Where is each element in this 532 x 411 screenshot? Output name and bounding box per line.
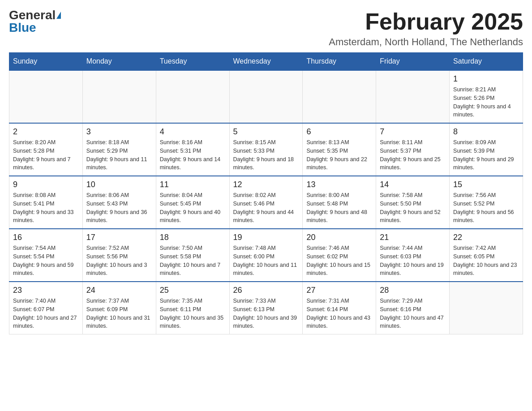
calendar-cell: 1Sunrise: 8:21 AMSunset: 5:26 PMDaylight…: [450, 70, 523, 123]
day-info: Sunrise: 8:20 AMSunset: 5:28 PMDaylight:…: [13, 138, 79, 172]
calendar: SundayMondayTuesdayWednesdayThursdayFrid…: [9, 52, 523, 334]
day-info: Sunrise: 7:52 AMSunset: 5:56 PMDaylight:…: [86, 244, 152, 278]
calendar-cell: 20Sunrise: 7:46 AMSunset: 6:02 PMDayligh…: [303, 229, 376, 282]
day-info: Sunrise: 8:00 AMSunset: 5:48 PMDaylight:…: [306, 191, 372, 225]
calendar-cell: 24Sunrise: 7:37 AMSunset: 6:09 PMDayligh…: [82, 282, 156, 334]
day-number: 15: [453, 180, 519, 189]
day-number: 19: [233, 233, 299, 242]
calendar-cell: 17Sunrise: 7:52 AMSunset: 5:56 PMDayligh…: [82, 229, 156, 282]
day-info: Sunrise: 8:13 AMSunset: 5:35 PMDaylight:…: [306, 138, 372, 172]
day-info: Sunrise: 8:09 AMSunset: 5:39 PMDaylight:…: [453, 138, 519, 172]
calendar-cell: 3Sunrise: 8:18 AMSunset: 5:29 PMDaylight…: [82, 123, 156, 176]
logo-general-text: General: [9, 9, 56, 21]
day-info: Sunrise: 7:33 AMSunset: 6:13 PMDaylight:…: [233, 297, 299, 330]
calendar-cell: 2Sunrise: 8:20 AMSunset: 5:28 PMDaylight…: [9, 123, 83, 176]
day-number: 6: [306, 127, 372, 137]
day-info: Sunrise: 8:16 AMSunset: 5:31 PMDaylight:…: [160, 138, 226, 172]
day-info: Sunrise: 8:15 AMSunset: 5:33 PMDaylight:…: [233, 138, 299, 172]
header: General Blue February 2025 Amsterdam, No…: [9, 9, 523, 48]
calendar-cell: 10Sunrise: 8:06 AMSunset: 5:43 PMDayligh…: [82, 176, 156, 229]
calendar-cell: 12Sunrise: 8:02 AMSunset: 5:46 PMDayligh…: [229, 176, 303, 229]
header-day-tuesday: Tuesday: [156, 53, 229, 71]
day-number: 5: [233, 127, 299, 137]
calendar-cell: 5Sunrise: 8:15 AMSunset: 5:33 PMDaylight…: [229, 123, 303, 176]
day-number: 12: [233, 180, 299, 189]
main-title: February 2025: [329, 9, 523, 34]
day-info: Sunrise: 7:44 AMSunset: 6:03 PMDaylight:…: [380, 244, 446, 278]
calendar-body: 1Sunrise: 8:21 AMSunset: 5:26 PMDaylight…: [9, 70, 523, 334]
day-info: Sunrise: 7:54 AMSunset: 5:54 PMDaylight:…: [13, 244, 79, 278]
day-info: Sunrise: 7:58 AMSunset: 5:50 PMDaylight:…: [380, 191, 446, 225]
day-number: 23: [13, 286, 79, 295]
day-number: 26: [233, 286, 299, 295]
subtitle: Amsterdam, North Holland, The Netherland…: [329, 36, 523, 48]
day-info: Sunrise: 8:04 AMSunset: 5:45 PMDaylight:…: [160, 191, 226, 225]
calendar-cell: 15Sunrise: 7:56 AMSunset: 5:52 PMDayligh…: [450, 176, 523, 229]
calendar-cell: 16Sunrise: 7:54 AMSunset: 5:54 PMDayligh…: [9, 229, 83, 282]
calendar-cell: 22Sunrise: 7:42 AMSunset: 6:05 PMDayligh…: [450, 229, 523, 282]
day-number: 20: [306, 233, 372, 242]
header-day-monday: Monday: [82, 53, 156, 71]
day-info: Sunrise: 7:35 AMSunset: 6:11 PMDaylight:…: [160, 297, 226, 330]
day-info: Sunrise: 7:31 AMSunset: 6:14 PMDaylight:…: [306, 297, 372, 330]
day-number: 25: [160, 286, 226, 295]
calendar-week-1: 1Sunrise: 8:21 AMSunset: 5:26 PMDaylight…: [9, 70, 523, 123]
calendar-week-2: 2Sunrise: 8:20 AMSunset: 5:28 PMDaylight…: [9, 123, 523, 176]
day-number: 9: [13, 180, 79, 189]
day-info: Sunrise: 8:02 AMSunset: 5:46 PMDaylight:…: [233, 191, 299, 225]
day-number: 10: [86, 180, 152, 189]
calendar-week-4: 16Sunrise: 7:54 AMSunset: 5:54 PMDayligh…: [9, 229, 523, 282]
calendar-header: SundayMondayTuesdayWednesdayThursdayFrid…: [9, 53, 523, 71]
logo-triangle-icon: [56, 12, 61, 19]
calendar-cell: [450, 282, 523, 334]
day-info: Sunrise: 7:50 AMSunset: 5:58 PMDaylight:…: [160, 244, 226, 278]
day-info: Sunrise: 8:06 AMSunset: 5:43 PMDaylight:…: [86, 191, 152, 225]
day-info: Sunrise: 8:08 AMSunset: 5:41 PMDaylight:…: [13, 191, 79, 225]
calendar-cell: 28Sunrise: 7:29 AMSunset: 6:16 PMDayligh…: [376, 282, 450, 334]
day-info: Sunrise: 7:42 AMSunset: 6:05 PMDaylight:…: [453, 244, 519, 278]
header-day-thursday: Thursday: [303, 53, 376, 71]
day-number: 7: [380, 127, 446, 137]
day-info: Sunrise: 8:18 AMSunset: 5:29 PMDaylight:…: [86, 138, 152, 172]
calendar-cell: [9, 70, 83, 123]
day-info: Sunrise: 7:37 AMSunset: 6:09 PMDaylight:…: [86, 297, 152, 330]
calendar-cell: 7Sunrise: 8:11 AMSunset: 5:37 PMDaylight…: [376, 123, 450, 176]
day-number: 24: [86, 286, 152, 295]
header-day-sunday: Sunday: [9, 53, 83, 71]
day-info: Sunrise: 8:21 AMSunset: 5:26 PMDaylight:…: [453, 86, 519, 119]
day-number: 13: [306, 180, 372, 189]
logo-blue-text: Blue: [9, 21, 36, 34]
calendar-cell: [303, 70, 376, 123]
day-number: 16: [13, 233, 79, 242]
calendar-cell: 18Sunrise: 7:50 AMSunset: 5:58 PMDayligh…: [156, 229, 229, 282]
day-number: 17: [86, 233, 152, 242]
calendar-cell: 4Sunrise: 8:16 AMSunset: 5:31 PMDaylight…: [156, 123, 229, 176]
calendar-cell: 19Sunrise: 7:48 AMSunset: 6:00 PMDayligh…: [229, 229, 303, 282]
calendar-cell: [156, 70, 229, 123]
header-day-saturday: Saturday: [450, 53, 523, 71]
calendar-cell: 8Sunrise: 8:09 AMSunset: 5:39 PMDaylight…: [450, 123, 523, 176]
calendar-cell: 14Sunrise: 7:58 AMSunset: 5:50 PMDayligh…: [376, 176, 450, 229]
day-number: 22: [453, 233, 519, 242]
day-info: Sunrise: 7:46 AMSunset: 6:02 PMDaylight:…: [306, 244, 372, 278]
calendar-cell: 25Sunrise: 7:35 AMSunset: 6:11 PMDayligh…: [156, 282, 229, 334]
day-number: 28: [380, 286, 446, 295]
calendar-cell: 11Sunrise: 8:04 AMSunset: 5:45 PMDayligh…: [156, 176, 229, 229]
day-number: 2: [13, 127, 79, 137]
calendar-cell: 13Sunrise: 8:00 AMSunset: 5:48 PMDayligh…: [303, 176, 376, 229]
day-info: Sunrise: 8:11 AMSunset: 5:37 PMDaylight:…: [380, 138, 446, 172]
calendar-cell: [229, 70, 303, 123]
calendar-cell: 27Sunrise: 7:31 AMSunset: 6:14 PMDayligh…: [303, 282, 376, 334]
logo: General Blue: [9, 9, 61, 34]
day-number: 18: [160, 233, 226, 242]
day-number: 8: [453, 127, 519, 137]
day-info: Sunrise: 7:40 AMSunset: 6:07 PMDaylight:…: [13, 297, 79, 330]
day-number: 3: [86, 127, 152, 137]
calendar-cell: 26Sunrise: 7:33 AMSunset: 6:13 PMDayligh…: [229, 282, 303, 334]
day-info: Sunrise: 7:56 AMSunset: 5:52 PMDaylight:…: [453, 191, 519, 225]
day-number: 27: [306, 286, 372, 295]
day-info: Sunrise: 7:29 AMSunset: 6:16 PMDaylight:…: [380, 297, 446, 330]
day-info: Sunrise: 7:48 AMSunset: 6:00 PMDaylight:…: [233, 244, 299, 278]
day-number: 21: [380, 233, 446, 242]
header-day-wednesday: Wednesday: [229, 53, 303, 71]
